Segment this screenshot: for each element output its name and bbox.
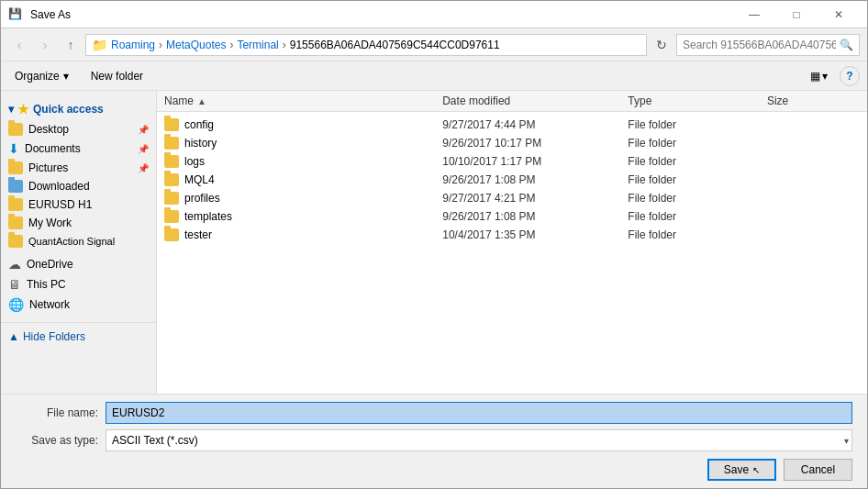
search-icon: 🔍 xyxy=(840,39,853,51)
savetype-wrapper: ASCII Text (*.csv) ▾ xyxy=(106,429,852,451)
thispc-icon: 🖥 xyxy=(8,277,21,292)
col-date-label: Date modified xyxy=(442,94,510,107)
sidebar: ▾ ★ Quick access Desktop 📌 ⬇ Documents 📌 xyxy=(1,91,157,394)
quick-access-header[interactable]: ▾ ★ Quick access xyxy=(1,98,156,120)
file-name-cell: history xyxy=(164,137,442,150)
bottom-bar: File name: Save as type: ASCII Text (*.c… xyxy=(1,394,867,488)
view-button[interactable]: ▦ ▾ xyxy=(806,67,832,85)
back-button[interactable]: ‹ xyxy=(8,34,30,56)
sidebar-item-onedrive[interactable]: ☁ OneDrive xyxy=(1,254,156,274)
table-row[interactable]: history 9/26/2017 10:17 PM File folder xyxy=(157,134,867,152)
row-folder-icon xyxy=(164,173,179,186)
file-date-cell: 9/26/2017 1:08 PM xyxy=(442,173,628,186)
file-type-cell: File folder xyxy=(628,137,767,150)
sidebar-item-pictures-label: Pictures xyxy=(28,161,68,174)
cancel-button[interactable]: Cancel xyxy=(784,459,852,481)
filename-input[interactable] xyxy=(106,402,852,424)
up-button[interactable]: ↑ xyxy=(60,34,82,56)
new-folder-button[interactable]: New folder xyxy=(83,67,151,85)
window-icon: 💾 xyxy=(8,7,23,22)
file-type-cell: File folder xyxy=(628,228,767,241)
filename-row: File name: xyxy=(16,402,852,424)
file-name-cell: profiles xyxy=(164,192,442,205)
table-row[interactable]: templates 9/26/2017 1:08 PM File folder xyxy=(157,207,867,226)
sidebar-item-mywork[interactable]: My Work xyxy=(1,214,156,232)
file-name-cell: templates xyxy=(164,210,442,223)
sidebar-item-onedrive-label: OneDrive xyxy=(27,258,73,271)
sidebar-item-eurusd[interactable]: EURUSD H1 xyxy=(1,195,156,214)
maximize-button[interactable]: □ xyxy=(775,1,818,28)
help-button[interactable]: ? xyxy=(840,66,860,86)
forward-button[interactable]: › xyxy=(34,34,56,56)
organize-button[interactable]: Organize ▾ xyxy=(8,67,75,85)
table-row[interactable]: profiles 9/27/2017 4:21 PM File folder xyxy=(157,189,867,207)
breadcrumb-terminal[interactable]: Terminal xyxy=(237,39,278,51)
col-header-date[interactable]: Date modified xyxy=(442,94,628,107)
col-header-type[interactable]: Type xyxy=(628,94,767,107)
sidebar-item-downloaded[interactable]: Downloaded xyxy=(1,177,156,195)
organize-label: Organize xyxy=(15,70,60,83)
file-date-cell: 9/26/2017 1:08 PM xyxy=(442,210,628,223)
sidebar-item-pictures[interactable]: Pictures 📌 xyxy=(1,159,156,177)
col-name-sort-icon: ▲ xyxy=(197,96,206,106)
address-toolbar: ‹ › ↑ 📁 Roaming › MetaQuotes › Terminal … xyxy=(1,28,867,61)
minimize-button[interactable]: — xyxy=(733,1,775,28)
row-name: history xyxy=(184,137,217,150)
savetype-row: Save as type: ASCII Text (*.csv) ▾ xyxy=(16,429,852,451)
sidebar-item-desktop[interactable]: Desktop 📌 xyxy=(1,120,156,139)
table-row[interactable]: logs 10/10/2017 1:17 PM File folder xyxy=(157,152,867,171)
eurusd-folder-icon xyxy=(8,198,23,211)
hide-folders-arrow-icon: ▲ xyxy=(8,330,19,343)
row-name: MQL4 xyxy=(184,173,215,186)
desktop-folder-icon xyxy=(8,123,23,136)
col-header-name[interactable]: Name ▲ xyxy=(164,94,442,107)
sidebar-item-network-label: Network xyxy=(29,298,70,311)
file-date-cell: 9/27/2017 4:21 PM xyxy=(442,192,628,205)
file-type-cell: File folder xyxy=(628,173,767,186)
main-panel: Name ▲ Date modified Type Size config xyxy=(157,91,867,394)
sidebar-item-documents-label: Documents xyxy=(25,142,81,155)
file-type-cell: File folder xyxy=(628,210,767,223)
organize-chevron-icon: ▾ xyxy=(63,70,69,83)
quick-access-label: Quick access xyxy=(33,103,104,116)
network-icon: 🌐 xyxy=(8,297,24,312)
breadcrumb-folder-icon: 📁 xyxy=(92,38,107,52)
row-name: profiles xyxy=(184,192,220,205)
file-date-cell: 10/10/2017 1:17 PM xyxy=(442,155,628,168)
sidebar-item-quantaction[interactable]: QuantAction Signal xyxy=(1,232,156,250)
file-type-cell: File folder xyxy=(628,192,767,205)
sidebar-item-network[interactable]: 🌐 Network xyxy=(1,295,156,315)
window-title: Save As xyxy=(30,8,71,21)
close-button[interactable]: ✕ xyxy=(818,1,860,28)
row-folder-icon xyxy=(164,118,179,131)
title-bar-left: 💾 Save As xyxy=(8,7,71,22)
sidebar-bottom: ▲ Hide Folders xyxy=(1,322,156,347)
bottom-buttons: Save ↖ Cancel xyxy=(16,459,852,481)
breadcrumb-bar: 📁 Roaming › MetaQuotes › Terminal › 9155… xyxy=(85,34,647,56)
table-row[interactable]: config 9/27/2017 4:44 PM File folder xyxy=(157,116,867,134)
documents-down-icon: ⬇ xyxy=(8,141,19,156)
sidebar-item-thispc[interactable]: 🖥 This PC xyxy=(1,274,156,295)
save-button[interactable]: Save ↖ xyxy=(707,459,776,481)
col-header-size[interactable]: Size xyxy=(767,94,860,107)
row-name: config xyxy=(184,118,214,131)
row-folder-icon xyxy=(164,192,179,205)
breadcrumb-roaming[interactable]: Roaming xyxy=(111,39,155,51)
sidebar-item-documents[interactable]: ⬇ Documents 📌 xyxy=(1,139,156,159)
table-row[interactable]: MQL4 9/26/2017 1:08 PM File folder xyxy=(157,171,867,189)
quick-access-section: ▾ ★ Quick access Desktop 📌 ⬇ Documents 📌 xyxy=(1,98,156,250)
row-name: logs xyxy=(184,155,205,168)
row-name: tester xyxy=(184,228,212,241)
file-type-cell: File folder xyxy=(628,155,767,168)
file-list: config 9/27/2017 4:44 PM File folder his… xyxy=(157,112,867,394)
hide-folders-button[interactable]: ▲ Hide Folders xyxy=(1,327,156,347)
view-chevron-icon: ▾ xyxy=(822,70,828,83)
refresh-button[interactable]: ↻ xyxy=(651,34,673,56)
pictures-pin-icon: 📌 xyxy=(138,163,149,173)
sidebar-item-thispc-label: This PC xyxy=(27,278,66,291)
savetype-select[interactable]: ASCII Text (*.csv) xyxy=(106,429,852,451)
table-row[interactable]: tester 10/4/2017 1:35 PM File folder xyxy=(157,226,867,244)
breadcrumb-metaquotes[interactable]: MetaQuotes xyxy=(166,39,226,51)
search-input[interactable] xyxy=(683,39,836,51)
quick-access-star-icon: ★ xyxy=(17,102,29,117)
